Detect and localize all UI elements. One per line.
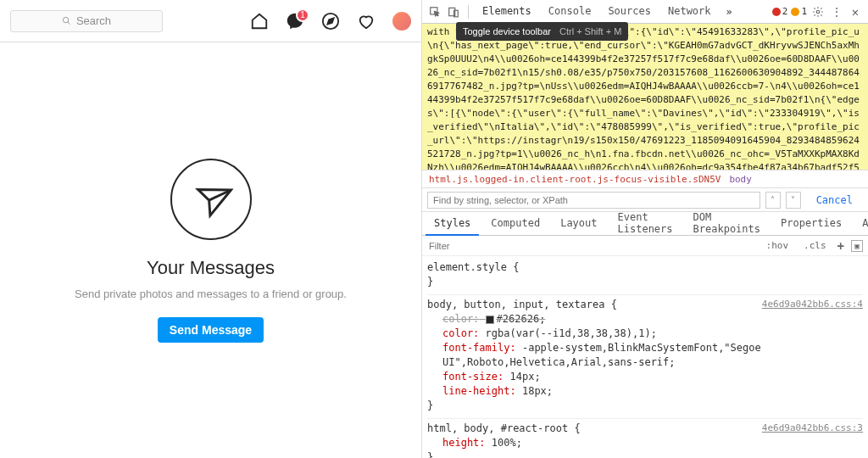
error-count[interactable]: 2	[772, 6, 788, 17]
tab-elements[interactable]: Elements	[476, 0, 538, 24]
breadcrumb-body[interactable]: body	[729, 174, 752, 185]
styles-filter-input[interactable]	[427, 240, 755, 252]
tab-computed[interactable]: Computed	[482, 212, 548, 236]
find-bar: ˄ ˅ Cancel	[422, 188, 868, 212]
nav-icons: 1	[250, 12, 411, 31]
tab-properties[interactable]: Properties	[772, 212, 850, 236]
hov-toggle[interactable]: :hov	[762, 239, 793, 252]
svg-line-1	[68, 22, 70, 25]
highlighted-dom-text[interactable]: with tooptip="true","info":"(\"user\":{\…	[422, 24, 868, 170]
close-icon[interactable]: ✕	[848, 4, 863, 20]
cls-toggle[interactable]: .cls	[799, 239, 831, 252]
explore-icon[interactable]	[321, 12, 340, 31]
find-input[interactable]	[427, 192, 760, 209]
tabs-overflow-icon[interactable]: »	[721, 6, 737, 18]
tab-dom-breakpoints[interactable]: DOM Breakpoints	[685, 212, 769, 236]
rule-source-link[interactable]: 4e6d9a042bb6.css:3	[762, 421, 863, 435]
devtools-toolbar: Elements Console Sources Network » 2 1 ⋮…	[422, 0, 868, 24]
tab-network[interactable]: Network	[661, 0, 718, 24]
styles-pane-tabs: Styles Computed Layout Event Listeners D…	[422, 212, 868, 236]
search-icon	[62, 16, 71, 25]
send-message-button[interactable]: Send Message	[158, 317, 264, 343]
app-pane: Search 1	[0, 0, 422, 458]
breadcrumb-html[interactable]: html.js.logged-in.client-root.js-focus-v…	[429, 174, 721, 185]
svg-marker-3	[327, 18, 333, 24]
activity-icon[interactable]	[357, 12, 376, 31]
tab-layout[interactable]: Layout	[552, 212, 605, 236]
device-toolbar-icon[interactable]	[446, 4, 461, 20]
svg-point-0	[63, 17, 68, 22]
tab-console[interactable]: Console	[542, 0, 598, 24]
rule-body-button[interactable]: 4e6d9a042bb6.css:4 body, button, input, …	[427, 295, 863, 419]
tab-sources[interactable]: Sources	[601, 0, 658, 24]
tab-styles[interactable]: Styles	[426, 212, 479, 236]
rule-element-style[interactable]: element.style { }	[427, 258, 863, 295]
styles-list: element.style { } 4e6d9a042bb6.css:4 bod…	[422, 256, 868, 458]
find-next-icon[interactable]: ˅	[786, 192, 801, 209]
notification-badge: 1	[296, 8, 309, 22]
new-style-rule-icon[interactable]: +	[837, 239, 844, 253]
inspect-icon[interactable]	[427, 4, 442, 20]
settings-icon[interactable]	[810, 4, 826, 20]
messages-sub: Send private photos and messages to a fr…	[75, 288, 347, 300]
empty-messages: Your Messages Send private photos and me…	[0, 42, 421, 458]
rule-source-link[interactable]: 4e6d9a042bb6.css:4	[762, 297, 863, 311]
avatar[interactable]	[392, 12, 411, 31]
messenger-icon[interactable]: 1	[286, 12, 304, 31]
warning-count[interactable]: 1	[791, 6, 807, 17]
search-input[interactable]: Search	[10, 10, 163, 32]
send-circle-icon	[170, 159, 252, 240]
home-icon[interactable]	[250, 12, 269, 31]
find-prev-icon[interactable]: ˄	[765, 192, 781, 209]
kebab-menu-icon[interactable]: ⋮	[829, 4, 844, 20]
toggle-panel-icon[interactable]: ▣	[851, 240, 863, 252]
tab-event-listeners[interactable]: Event Listeners	[609, 212, 682, 236]
search-placeholder: Search	[76, 14, 111, 27]
messages-heading: Your Messages	[147, 257, 275, 279]
svg-point-7	[816, 10, 820, 14]
styles-filter-row: :hov .cls + ▣	[422, 236, 868, 256]
toolbar-divider	[468, 5, 469, 19]
device-toolbar-tooltip: Toggle device toolbar Ctrl + Shift + M	[456, 22, 628, 41]
rule-html-body[interactable]: 4e6d9a042bb6.css:3 html, body, #react-ro…	[427, 419, 863, 458]
breadcrumb[interactable]: html.js.logged-in.client-root.js-focus-v…	[422, 170, 868, 188]
find-cancel-button[interactable]: Cancel	[806, 194, 863, 206]
devtools-pane: Elements Console Sources Network » 2 1 ⋮…	[422, 0, 868, 458]
top-bar: Search 1	[0, 0, 421, 42]
tab-accessibility[interactable]: Accessibility	[854, 212, 868, 236]
